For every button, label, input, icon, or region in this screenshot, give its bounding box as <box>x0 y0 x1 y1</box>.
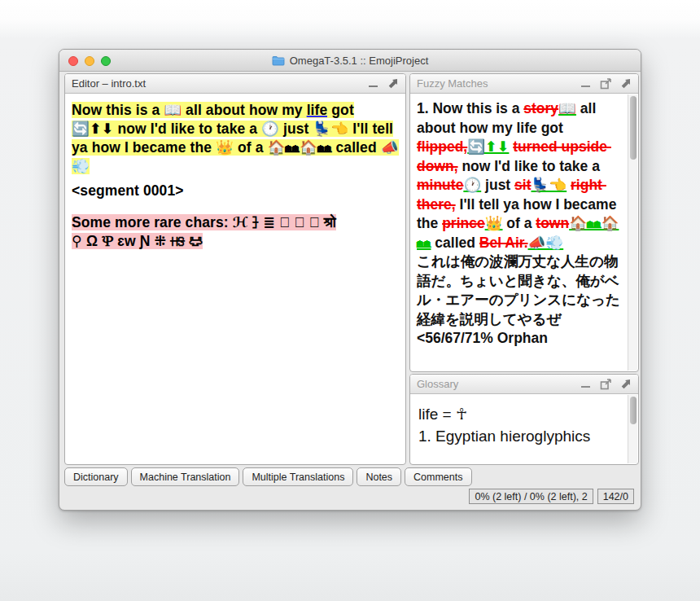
undock-pane-icon[interactable] <box>600 379 612 390</box>
fuzzy-pane-header[interactable]: Fuzzy Matches <box>410 74 638 94</box>
minimize-button[interactable] <box>85 56 94 66</box>
tab-machine-translation[interactable]: Machine Translation <box>131 467 240 486</box>
active-segment[interactable]: Now this is a 📖 all about how my life go… <box>72 101 399 176</box>
editor-pane-header[interactable]: Editor – intro.txt <box>65 74 405 94</box>
editor-text-area[interactable]: Now this is a 📖 all about how my life go… <box>65 94 405 258</box>
maximize-pane-icon[interactable] <box>620 78 632 89</box>
fuzzy-scrollbar[interactable] <box>628 94 637 371</box>
undock-pane-icon[interactable] <box>600 78 612 90</box>
editor-pane: Editor – intro.txt Now this is a 📖 all a… <box>64 73 406 465</box>
window-title-area: OmegaT-3.5.1 :: EmojiProject <box>272 55 429 67</box>
glossary-scrollbar[interactable] <box>628 395 637 463</box>
tab-notes[interactable]: Notes <box>357 467 401 486</box>
window-title: OmegaT-3.5.1 :: EmojiProject <box>290 55 429 67</box>
tab-multiple-translations[interactable]: Multiple Translations <box>243 467 353 486</box>
glossary-pane-title: Glossary <box>417 378 580 390</box>
fuzzy-matches-pane: Fuzzy Matches 1. Now this is a story📖 al… <box>409 73 639 372</box>
glossary-pane: Glossary life = ☥ 1. Egyptian hieroglyph… <box>409 374 639 465</box>
tab-dictionary[interactable]: Dictionary <box>64 467 128 486</box>
zoom-button[interactable] <box>101 56 111 66</box>
close-button[interactable] <box>68 56 78 66</box>
bottom-tabs: Dictionary Machine Translation Multiple … <box>64 467 472 486</box>
char-count-status: 142/0 <box>597 489 634 504</box>
segment-marker: <segment 0001> <box>72 182 399 200</box>
glossary-definition: 1. Egyptian hieroglyphics <box>418 425 626 447</box>
minimize-pane-icon[interactable] <box>580 379 592 389</box>
status-bar: 0% (2 left) / 0% (2 left), 2 142/0 <box>469 489 634 504</box>
titlebar[interactable]: OmegaT-3.5.1 :: EmojiProject <box>59 50 641 72</box>
untranslated-segment[interactable]: Some more rare chars: ℋ ⹖ ≣ 𓊝 𓀠 𓆞 श्रो ⚲… <box>72 213 399 251</box>
maximize-pane-icon[interactable] <box>387 78 399 89</box>
maximize-pane-icon[interactable] <box>620 379 632 389</box>
traffic-lights <box>68 56 111 66</box>
editor-pane-title: Editor – intro.txt <box>72 77 368 90</box>
minimize-pane-icon[interactable] <box>368 79 379 89</box>
glossary-entry[interactable]: life = ☥ 1. Egyptian hieroglyphics <box>410 395 628 464</box>
glossary-term: life = ☥ <box>418 403 626 425</box>
fuzzy-scrollbar-thumb[interactable] <box>630 96 637 160</box>
fuzzy-match-text[interactable]: 1. Now this is a story📖 all about how my… <box>410 94 628 371</box>
fuzzy-pane-title: Fuzzy Matches <box>417 77 580 90</box>
minimize-pane-icon[interactable] <box>580 79 592 89</box>
glossary-pane-header[interactable]: Glossary <box>410 375 638 394</box>
glossary-scrollbar-thumb[interactable] <box>630 397 637 424</box>
progress-status: 0% (2 left) / 0% (2 left), 2 <box>469 489 593 504</box>
folder-icon <box>272 55 285 66</box>
tab-comments[interactable]: Comments <box>405 467 471 486</box>
omegat-window: OmegaT-3.5.1 :: EmojiProject Editor – in… <box>59 49 641 511</box>
